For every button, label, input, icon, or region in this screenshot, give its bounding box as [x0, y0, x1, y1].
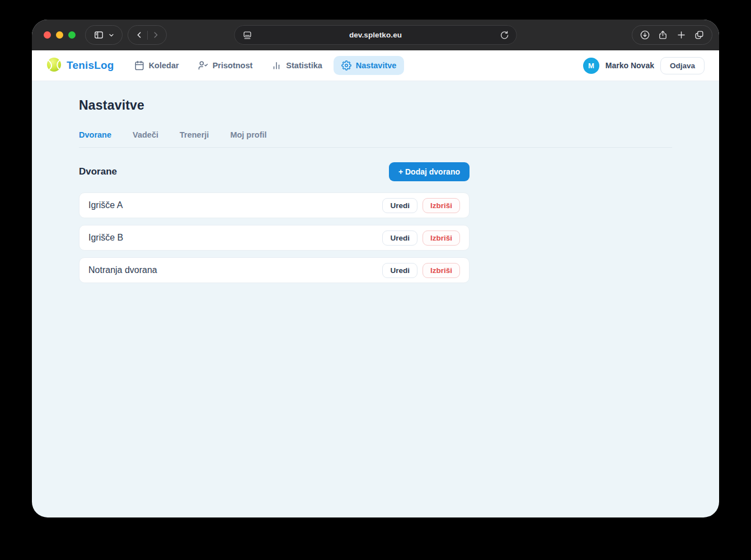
divider	[147, 31, 148, 40]
edit-button[interactable]: Uredi	[382, 263, 417, 278]
avatar[interactable]: M	[583, 58, 599, 74]
bar-chart-icon	[271, 60, 281, 70]
court-name: Igrišče A	[88, 200, 123, 210]
delete-button[interactable]: Izbriši	[423, 198, 460, 213]
history-nav-group	[128, 25, 167, 45]
toolbar-actions-group	[632, 25, 712, 45]
edit-button[interactable]: Uredi	[382, 230, 417, 246]
back-button[interactable]	[134, 30, 144, 40]
chevron-down-icon[interactable]	[108, 32, 115, 39]
tab-overview-icon[interactable]	[694, 30, 705, 40]
edit-button[interactable]: Uredi	[382, 198, 417, 213]
row-actions: Uredi Izbriši	[382, 198, 460, 213]
forward-button[interactable]	[151, 30, 161, 40]
browser-window: dev.spletko.eu	[32, 20, 719, 517]
list-item: Notranja dvorana Uredi Izbriši	[79, 257, 470, 283]
app-header: TenisLog Koledar	[32, 50, 719, 81]
url-text[interactable]: dev.spletko.eu	[349, 31, 402, 39]
section-title: Dvorane	[79, 166, 117, 177]
zoom-window-button[interactable]	[68, 31, 76, 39]
main-nav: Koledar Prisotnost	[126, 56, 405, 75]
logout-button[interactable]: Odjava	[660, 57, 705, 74]
brand[interactable]: TenisLog	[46, 57, 114, 74]
nav-label: Nastavitve	[356, 61, 397, 70]
tennis-ball-logo-icon	[46, 57, 62, 74]
traffic-lights	[44, 20, 76, 50]
settings-page: Nastavitve Dvorane Vadeči Trenerji Moj p…	[32, 81, 719, 517]
settings-tabs: Dvorane Vadeči Trenerji Moj profil	[79, 130, 672, 148]
nav-item-prisotnost[interactable]: Prisotnost	[190, 56, 261, 75]
nav-label: Koledar	[149, 61, 179, 70]
page-settings-icon[interactable]	[242, 30, 253, 41]
nav-label: Statistika	[286, 61, 322, 70]
share-icon[interactable]	[658, 30, 668, 40]
add-court-button[interactable]: + Dodaj dvorano	[389, 162, 470, 181]
close-window-button[interactable]	[44, 31, 51, 39]
new-tab-icon[interactable]	[676, 30, 687, 40]
user-check-icon	[198, 60, 208, 70]
row-actions: Uredi Izbriši	[382, 263, 460, 278]
nav-item-statistika[interactable]: Statistika	[264, 56, 330, 75]
brand-name: TenisLog	[67, 59, 114, 72]
reload-icon[interactable]	[500, 30, 510, 40]
tab-vadeci[interactable]: Vadeči	[133, 130, 158, 139]
nav-item-koledar[interactable]: Koledar	[126, 56, 187, 75]
row-actions: Uredi Izbriši	[382, 230, 460, 246]
user-area: M Marko Novak Odjava	[583, 57, 705, 74]
court-name: Igrišče B	[88, 233, 123, 243]
sidebar-toggle-group[interactable]	[85, 25, 123, 45]
list-item: Igrišče B Uredi Izbriši	[79, 225, 470, 251]
nav-item-nastavitve[interactable]: Nastavitve	[334, 56, 405, 75]
section-header: Dvorane + Dodaj dvorano	[79, 162, 470, 181]
delete-button[interactable]: Izbriši	[423, 230, 460, 246]
user-name: Marko Novak	[606, 61, 654, 70]
courts-list: Igrišče A Uredi Izbriši Igrišče B Uredi …	[79, 192, 470, 283]
page-title: Nastavitve	[79, 98, 672, 113]
sidebar-icon[interactable]	[93, 30, 104, 40]
gear-icon	[341, 60, 351, 70]
delete-button[interactable]: Izbriši	[423, 263, 460, 278]
tab-moj-profil[interactable]: Moj profil	[230, 130, 266, 139]
list-item: Igrišče A Uredi Izbriši	[79, 192, 470, 218]
nav-label: Prisotnost	[213, 61, 253, 70]
browser-toolbar: dev.spletko.eu	[32, 20, 719, 50]
court-name: Notranja dvorana	[88, 265, 157, 275]
address-bar[interactable]: dev.spletko.eu	[234, 25, 517, 45]
downloads-icon[interactable]	[640, 30, 650, 40]
tab-trenerji[interactable]: Trenerji	[180, 130, 209, 139]
tab-dvorane[interactable]: Dvorane	[79, 130, 111, 139]
minimize-window-button[interactable]	[56, 31, 63, 39]
calendar-icon	[134, 60, 144, 70]
